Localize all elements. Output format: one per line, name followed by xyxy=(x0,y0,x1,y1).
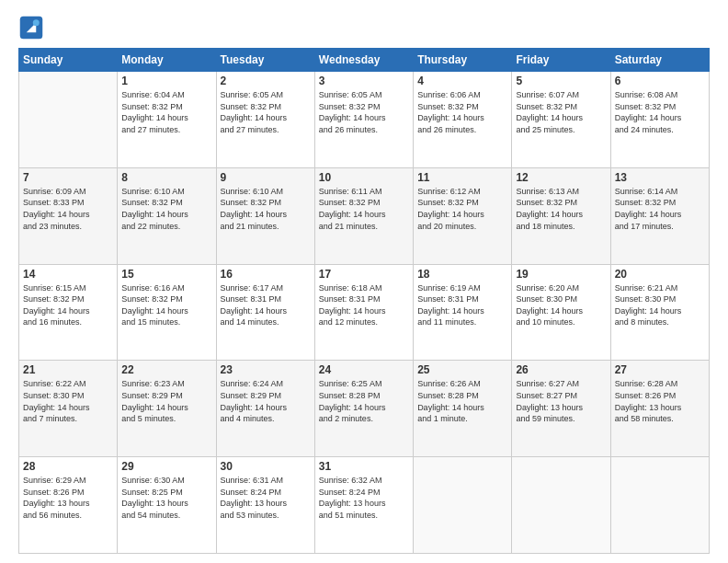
calendar-cell: 12Sunrise: 6:13 AMSunset: 8:32 PMDayligh… xyxy=(512,167,610,264)
calendar-cell xyxy=(19,72,118,168)
day-number: 10 xyxy=(319,171,409,184)
day-header-friday: Friday xyxy=(512,49,610,72)
day-number: 14 xyxy=(23,268,113,281)
day-number: 22 xyxy=(121,363,211,376)
calendar-cell: 17Sunrise: 6:18 AMSunset: 8:31 PMDayligh… xyxy=(314,264,413,361)
calendar-cell: 1Sunrise: 6:04 AMSunset: 8:32 PMDaylight… xyxy=(118,72,216,168)
day-header-saturday: Saturday xyxy=(610,49,709,72)
day-header-monday: Monday xyxy=(118,49,216,72)
day-number: 7 xyxy=(23,171,113,184)
calendar-cell: 25Sunrise: 6:26 AMSunset: 8:28 PMDayligh… xyxy=(414,361,512,457)
day-info: Sunrise: 6:30 AMSunset: 8:25 PMDaylight:… xyxy=(121,475,211,521)
day-number: 12 xyxy=(516,171,606,184)
calendar-cell: 7Sunrise: 6:09 AMSunset: 8:33 PMDaylight… xyxy=(19,167,118,264)
calendar-cell: 29Sunrise: 6:30 AMSunset: 8:25 PMDayligh… xyxy=(118,457,216,554)
day-number: 9 xyxy=(221,171,311,184)
calendar-week-row: 21Sunrise: 6:22 AMSunset: 8:30 PMDayligh… xyxy=(19,361,710,457)
calendar-week-row: 7Sunrise: 6:09 AMSunset: 8:33 PMDaylight… xyxy=(19,167,710,264)
day-number: 25 xyxy=(417,363,507,376)
day-number: 30 xyxy=(221,460,311,473)
day-info: Sunrise: 6:09 AMSunset: 8:33 PMDaylight:… xyxy=(23,186,113,232)
day-number: 19 xyxy=(516,268,606,281)
day-number: 23 xyxy=(221,363,311,376)
calendar-cell: 18Sunrise: 6:19 AMSunset: 8:31 PMDayligh… xyxy=(414,264,512,361)
calendar-cell xyxy=(414,457,512,554)
day-info: Sunrise: 6:29 AMSunset: 8:26 PMDaylight:… xyxy=(23,475,113,521)
day-info: Sunrise: 6:05 AMSunset: 8:32 PMDaylight:… xyxy=(221,89,311,135)
day-info: Sunrise: 6:31 AMSunset: 8:24 PMDaylight:… xyxy=(221,475,311,521)
calendar-cell: 27Sunrise: 6:28 AMSunset: 8:26 PMDayligh… xyxy=(610,361,709,457)
calendar-cell: 28Sunrise: 6:29 AMSunset: 8:26 PMDayligh… xyxy=(19,457,118,554)
calendar-cell xyxy=(512,457,610,554)
day-number: 24 xyxy=(319,363,409,376)
day-info: Sunrise: 6:19 AMSunset: 8:31 PMDaylight:… xyxy=(417,282,507,328)
day-info: Sunrise: 6:21 AMSunset: 8:30 PMDaylight:… xyxy=(615,282,705,328)
calendar-cell: 11Sunrise: 6:12 AMSunset: 8:32 PMDayligh… xyxy=(414,167,512,264)
calendar-cell: 23Sunrise: 6:24 AMSunset: 8:29 PMDayligh… xyxy=(216,361,314,457)
header xyxy=(18,15,710,40)
calendar-cell: 3Sunrise: 6:05 AMSunset: 8:32 PMDaylight… xyxy=(314,72,413,168)
day-info: Sunrise: 6:22 AMSunset: 8:30 PMDaylight:… xyxy=(23,378,113,424)
day-info: Sunrise: 6:28 AMSunset: 8:26 PMDaylight:… xyxy=(615,378,705,424)
day-number: 28 xyxy=(23,460,113,473)
day-number: 5 xyxy=(516,75,606,87)
day-info: Sunrise: 6:12 AMSunset: 8:32 PMDaylight:… xyxy=(417,186,507,232)
day-number: 27 xyxy=(615,363,705,376)
day-info: Sunrise: 6:23 AMSunset: 8:29 PMDaylight:… xyxy=(121,378,211,424)
day-number: 18 xyxy=(417,268,507,281)
day-number: 13 xyxy=(615,171,705,184)
day-header-sunday: Sunday xyxy=(19,49,118,72)
calendar-week-row: 14Sunrise: 6:15 AMSunset: 8:32 PMDayligh… xyxy=(19,264,710,361)
day-info: Sunrise: 6:06 AMSunset: 8:32 PMDaylight:… xyxy=(417,89,507,135)
day-header-tuesday: Tuesday xyxy=(216,49,314,72)
day-number: 31 xyxy=(319,460,409,473)
calendar-cell: 6Sunrise: 6:08 AMSunset: 8:32 PMDaylight… xyxy=(610,72,709,168)
day-number: 3 xyxy=(319,75,409,87)
day-info: Sunrise: 6:08 AMSunset: 8:32 PMDaylight:… xyxy=(615,89,705,135)
day-number: 15 xyxy=(121,268,211,281)
day-number: 20 xyxy=(615,268,705,281)
calendar-cell: 21Sunrise: 6:22 AMSunset: 8:30 PMDayligh… xyxy=(19,361,118,457)
calendar-cell: 31Sunrise: 6:32 AMSunset: 8:24 PMDayligh… xyxy=(314,457,413,554)
day-number: 1 xyxy=(121,75,211,87)
calendar-cell: 22Sunrise: 6:23 AMSunset: 8:29 PMDayligh… xyxy=(118,361,216,457)
day-info: Sunrise: 6:05 AMSunset: 8:32 PMDaylight:… xyxy=(319,89,409,135)
day-info: Sunrise: 6:13 AMSunset: 8:32 PMDaylight:… xyxy=(516,186,606,232)
day-header-wednesday: Wednesday xyxy=(314,49,413,72)
day-info: Sunrise: 6:24 AMSunset: 8:29 PMDaylight:… xyxy=(221,378,311,424)
day-info: Sunrise: 6:25 AMSunset: 8:28 PMDaylight:… xyxy=(319,378,409,424)
calendar-cell: 26Sunrise: 6:27 AMSunset: 8:27 PMDayligh… xyxy=(512,361,610,457)
calendar-cell: 24Sunrise: 6:25 AMSunset: 8:28 PMDayligh… xyxy=(314,361,413,457)
day-number: 21 xyxy=(23,363,113,376)
day-header-thursday: Thursday xyxy=(414,49,512,72)
day-info: Sunrise: 6:16 AMSunset: 8:32 PMDaylight:… xyxy=(121,282,211,328)
day-info: Sunrise: 6:11 AMSunset: 8:32 PMDaylight:… xyxy=(319,186,409,232)
calendar-cell: 14Sunrise: 6:15 AMSunset: 8:32 PMDayligh… xyxy=(19,264,118,361)
calendar-cell: 5Sunrise: 6:07 AMSunset: 8:32 PMDaylight… xyxy=(512,72,610,168)
day-number: 11 xyxy=(417,171,507,184)
svg-point-2 xyxy=(33,19,40,26)
calendar-cell: 2Sunrise: 6:05 AMSunset: 8:32 PMDaylight… xyxy=(216,72,314,168)
calendar-week-row: 28Sunrise: 6:29 AMSunset: 8:26 PMDayligh… xyxy=(19,457,710,554)
logo xyxy=(18,15,48,40)
day-number: 29 xyxy=(121,460,211,473)
calendar-page: SundayMondayTuesdayWednesdayThursdayFrid… xyxy=(0,0,728,563)
calendar-cell: 9Sunrise: 6:10 AMSunset: 8:32 PMDaylight… xyxy=(216,167,314,264)
day-info: Sunrise: 6:27 AMSunset: 8:27 PMDaylight:… xyxy=(516,378,606,424)
day-number: 2 xyxy=(221,75,311,87)
day-info: Sunrise: 6:07 AMSunset: 8:32 PMDaylight:… xyxy=(516,89,606,135)
day-info: Sunrise: 6:14 AMSunset: 8:32 PMDaylight:… xyxy=(615,186,705,232)
calendar-cell: 10Sunrise: 6:11 AMSunset: 8:32 PMDayligh… xyxy=(314,167,413,264)
day-info: Sunrise: 6:26 AMSunset: 8:28 PMDaylight:… xyxy=(417,378,507,424)
calendar-cell: 8Sunrise: 6:10 AMSunset: 8:32 PMDaylight… xyxy=(118,167,216,264)
day-number: 26 xyxy=(516,363,606,376)
day-info: Sunrise: 6:18 AMSunset: 8:31 PMDaylight:… xyxy=(319,282,409,328)
day-info: Sunrise: 6:20 AMSunset: 8:30 PMDaylight:… xyxy=(516,282,606,328)
calendar-cell: 15Sunrise: 6:16 AMSunset: 8:32 PMDayligh… xyxy=(118,264,216,361)
day-info: Sunrise: 6:10 AMSunset: 8:32 PMDaylight:… xyxy=(221,186,311,232)
day-info: Sunrise: 6:32 AMSunset: 8:24 PMDaylight:… xyxy=(319,475,409,521)
calendar-cell: 4Sunrise: 6:06 AMSunset: 8:32 PMDaylight… xyxy=(414,72,512,168)
calendar-cell: 19Sunrise: 6:20 AMSunset: 8:30 PMDayligh… xyxy=(512,264,610,361)
day-info: Sunrise: 6:17 AMSunset: 8:31 PMDaylight:… xyxy=(221,282,311,328)
calendar-cell: 30Sunrise: 6:31 AMSunset: 8:24 PMDayligh… xyxy=(216,457,314,554)
